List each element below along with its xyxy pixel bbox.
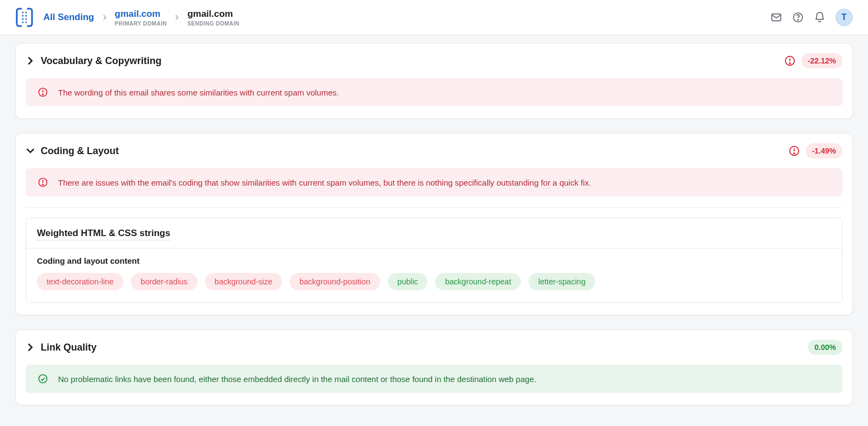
svg-point-6 [22, 22, 24, 23]
section-toggle[interactable]: Coding & Layout [25, 145, 119, 157]
alert-circle-icon [784, 55, 796, 67]
app-logo-icon[interactable] [15, 7, 34, 28]
chip: text-decoration-line [37, 273, 123, 290]
chip: background-size [205, 273, 282, 290]
svg-point-0 [22, 12, 24, 14]
check-circle-icon [37, 373, 48, 384]
chip: background-position [290, 273, 380, 290]
divider [26, 248, 842, 249]
chip: border-radius [131, 273, 197, 290]
breadcrumb-primary-domain[interactable]: gmail.com PRIMARY DOMAIN [115, 9, 167, 27]
breadcrumb: All Sending gmail.com PRIMARY DOMAIN gma… [43, 9, 239, 27]
svg-point-13 [789, 63, 790, 64]
breadcrumb-primary-sub: PRIMARY DOMAIN [115, 21, 167, 27]
section-score: -1.49% [788, 143, 843, 158]
chip: public [388, 273, 428, 290]
breadcrumb-primary-label: gmail.com [115, 9, 167, 20]
chips-list: text-decoration-lineborder-radiusbackgro… [37, 273, 831, 290]
svg-point-1 [25, 12, 27, 14]
alert-circle-icon [37, 87, 48, 98]
alert-circle-icon [37, 177, 48, 188]
svg-point-22 [42, 184, 43, 185]
subpanel-title: Weighted HTML & CSS strings [37, 228, 170, 240]
svg-point-19 [794, 153, 795, 154]
breadcrumb-sending-sub: SENDING DOMAIN [187, 21, 239, 27]
alert-circle-icon [788, 145, 800, 157]
banner-text: The wording of this email shares some si… [58, 88, 339, 97]
chevron-right-icon [25, 342, 35, 352]
header-left: All Sending gmail.com PRIMARY DOMAIN gma… [15, 7, 239, 28]
section-banner: No problematic links have been found, ei… [25, 365, 843, 393]
divider [25, 207, 843, 208]
svg-point-23 [39, 375, 47, 383]
chip: letter-spacing [528, 273, 595, 290]
chevron-right-icon [174, 12, 180, 22]
help-icon[interactable] [792, 11, 804, 23]
score-badge: 0.00% [808, 340, 843, 355]
banner-text: No problematic links have been found, ei… [58, 374, 536, 384]
section-title: Link Quality [41, 342, 97, 353]
weighted-strings-panel: Weighted HTML & CSS strings Coding and l… [25, 218, 843, 303]
banner-text: There are issues with the email's coding… [58, 178, 591, 187]
chevron-right-icon [102, 12, 107, 22]
breadcrumb-sending-domain: gmail.com SENDING DOMAIN [187, 9, 239, 27]
section-header: Coding & Layout -1.49% [25, 143, 843, 158]
breadcrumb-sending-label: gmail.com [187, 9, 239, 20]
section-toggle[interactable]: Link Quality [25, 342, 97, 353]
svg-point-2 [22, 15, 24, 17]
section-header: Vocabulary & Copywriting -22.12% [25, 53, 843, 68]
section-score: 0.00% [808, 340, 843, 355]
section-banner: There are issues with the email's coding… [25, 168, 843, 196]
svg-point-10 [797, 20, 798, 20]
section-coding: Coding & Layout -1.49% There are issues … [15, 133, 853, 315]
section-toggle[interactable]: Vocabulary & Copywriting [25, 55, 162, 67]
mail-icon[interactable] [770, 11, 782, 23]
section-vocabulary: Vocabulary & Copywriting -22.12% The wor… [15, 43, 853, 119]
score-badge: -22.12% [801, 53, 843, 68]
header-right: T [770, 9, 853, 26]
section-score: -22.12% [784, 53, 843, 68]
svg-point-3 [25, 15, 27, 17]
score-badge: -1.49% [806, 143, 843, 158]
svg-point-5 [25, 18, 27, 20]
svg-point-7 [25, 22, 27, 23]
chevron-down-icon [25, 146, 35, 156]
avatar[interactable]: T [835, 9, 853, 26]
bell-icon[interactable] [814, 11, 826, 23]
section-header: Link Quality 0.00% [25, 340, 843, 355]
subpanel-label: Coding and layout content [37, 256, 831, 265]
section-title: Vocabulary & Copywriting [41, 55, 162, 67]
content: Vocabulary & Copywriting -22.12% The wor… [0, 35, 868, 422]
svg-point-16 [42, 94, 43, 95]
chevron-right-icon [25, 56, 35, 66]
breadcrumb-root[interactable]: All Sending [43, 12, 94, 23]
header: All Sending gmail.com PRIMARY DOMAIN gma… [0, 0, 868, 35]
svg-point-4 [22, 18, 24, 20]
section-banner: The wording of this email shares some si… [25, 78, 843, 106]
chip: background-repeat [435, 273, 521, 290]
section-link-quality: Link Quality 0.00% No problematic links … [15, 329, 853, 405]
section-title: Coding & Layout [41, 145, 119, 157]
